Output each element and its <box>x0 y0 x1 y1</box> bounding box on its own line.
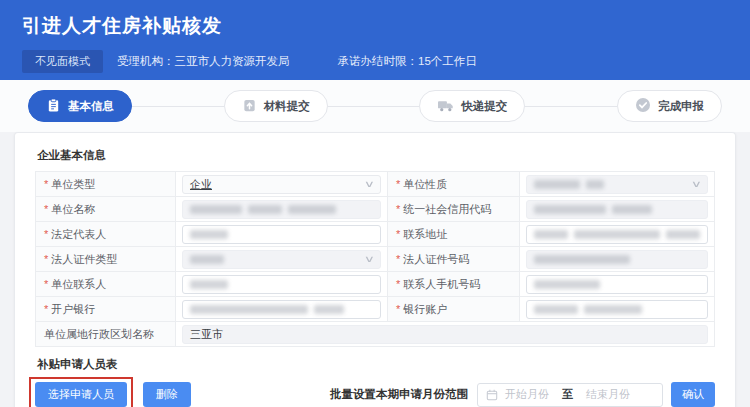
truck-icon <box>437 98 454 115</box>
page-header: 引进人才住房补贴核发 不见面模式 受理机构：三亚市人力资源开发局 承诺办结时限：… <box>0 0 750 80</box>
contact-address-label: *联系地址 <box>388 222 520 246</box>
tab-basic-info-label: 基本信息 <box>68 99 114 114</box>
bank-account-label: *银行账户 <box>388 297 520 321</box>
form-row: *单位联系人 *联系人手机号码 <box>36 272 714 297</box>
confirm-button[interactable]: 确认 <box>671 382 715 407</box>
step-connector <box>328 106 420 107</box>
unit-type-select[interactable]: 企业 ∨ <box>182 175 381 194</box>
bank-name-label: *开户银行 <box>36 297 176 321</box>
unit-type-label: *单位类型 <box>36 172 176 196</box>
tab-material-submit-label: 材料提交 <box>264 99 310 114</box>
month-range-picker[interactable]: 开始月份 至 结束月份 <box>477 383 663 407</box>
tab-finish-declare-label: 完成申报 <box>658 99 704 114</box>
company-info-table: *单位类型 企业 ∨ *单位性质 ∨ *单位名称 <box>35 171 715 347</box>
district-input[interactable]: 三亚市 <box>182 325 708 344</box>
step-connector <box>132 106 224 107</box>
end-month-placeholder: 结束月份 <box>586 387 630 402</box>
district-label: 单位属地行政区划名称 <box>36 322 176 346</box>
step-connector <box>525 106 617 107</box>
chevron-down-icon: ∨ <box>364 179 375 189</box>
unit-name-input[interactable] <box>182 200 381 219</box>
deadline-text: 承诺办结时限：15个工作日 <box>338 54 477 69</box>
credit-code-label: *统一社会信用代码 <box>388 197 520 221</box>
bank-name-input[interactable] <box>182 300 381 319</box>
unit-nature-label: *单位性质 <box>388 172 520 196</box>
form-row: *法定代表人 *联系地址 <box>36 222 714 247</box>
form-row: *开户银行 *银行账户 <box>36 297 714 322</box>
mode-badge: 不见面模式 <box>22 50 103 73</box>
contact-mobile-input[interactable] <box>526 275 708 294</box>
bank-account-input[interactable] <box>526 300 708 319</box>
legal-rep-label: *法定代表人 <box>36 222 176 246</box>
start-month-placeholder: 开始月份 <box>505 387 549 402</box>
accepting-agency-text: 受理机构：三亚市人力资源开发局 <box>117 54 290 69</box>
batch-month-range-label: 批量设置本期申请月份范围 <box>330 387 468 402</box>
legal-cert-type-select[interactable]: ∨ <box>182 250 381 269</box>
upload-document-icon <box>242 98 257 115</box>
page-title: 引进人才住房补贴核发 <box>22 13 750 39</box>
unit-nature-select[interactable]: ∨ <box>526 175 708 194</box>
tab-material-submit[interactable]: 材料提交 <box>224 90 328 122</box>
legal-rep-input[interactable] <box>182 225 381 244</box>
step-nav: 基本信息 材料提交 快递提交 完成申报 <box>0 80 750 132</box>
contact-address-input[interactable] <box>526 225 708 244</box>
credit-code-input[interactable] <box>526 200 708 219</box>
clipboard-icon <box>46 98 61 115</box>
unit-contact-input[interactable] <box>182 275 381 294</box>
legal-cert-no-input[interactable] <box>526 250 708 269</box>
contact-mobile-label: *联系人手机号码 <box>388 272 520 296</box>
form-row: *法人证件类型 ∨ *法人证件号码 <box>36 247 714 272</box>
check-circle-icon <box>635 97 651 115</box>
delete-button[interactable]: 删除 <box>143 382 191 407</box>
chevron-down-icon: ∨ <box>691 179 702 189</box>
form-row: 单位属地行政区划名称 三亚市 <box>36 322 714 347</box>
unit-contact-label: *单位联系人 <box>36 272 176 296</box>
form-row: *单位名称 *统一社会信用代码 <box>36 197 714 222</box>
tab-basic-info[interactable]: 基本信息 <box>28 90 132 122</box>
tab-finish-declare[interactable]: 完成申报 <box>617 90 722 122</box>
unit-name-label: *单位名称 <box>36 197 176 221</box>
legal-cert-type-label: *法人证件类型 <box>36 247 176 271</box>
form-card: 企业基本信息 *单位类型 企业 ∨ *单位性质 ∨ *单位名称 <box>14 132 736 407</box>
range-separator: 至 <box>562 387 573 402</box>
select-applicants-button[interactable]: 选择申请人员 <box>35 382 127 407</box>
calendar-icon <box>486 389 498 401</box>
chevron-down-icon: ∨ <box>364 254 375 264</box>
form-row: *单位类型 企业 ∨ *单位性质 ∨ <box>36 172 714 197</box>
section-title-company: 企业基本信息 <box>37 148 715 163</box>
legal-cert-no-label: *法人证件号码 <box>388 247 520 271</box>
applicants-toolbar: 选择申请人员 删除 批量设置本期申请月份范围 开始月份 至 结束月份 确认 <box>35 382 715 407</box>
tab-express-submit[interactable]: 快递提交 <box>419 90 525 122</box>
tab-express-submit-label: 快递提交 <box>461 99 507 114</box>
section-title-applicants: 补贴申请人员表 <box>37 357 715 372</box>
